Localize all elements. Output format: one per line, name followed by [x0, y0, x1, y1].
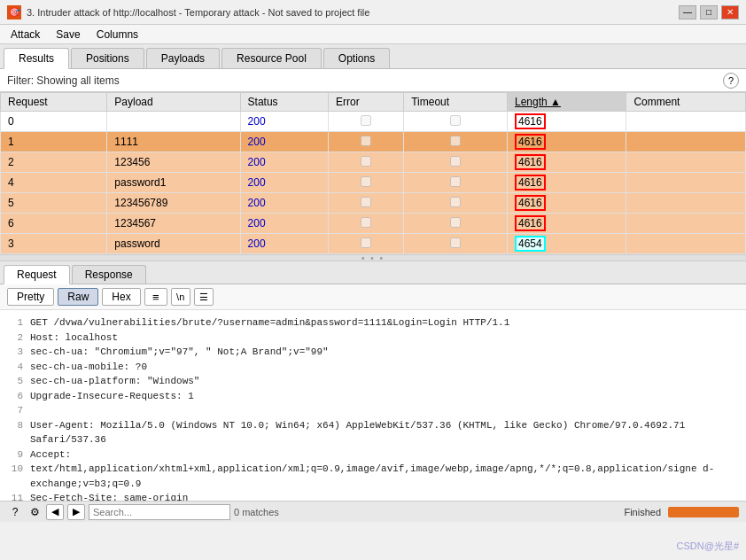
code-line: 4sec-ch-ua-mobile: ?0: [9, 360, 737, 375]
filter-text: Filter: Showing all items: [7, 74, 120, 87]
tab-payloads[interactable]: Payloads: [146, 48, 220, 68]
cell-error: [329, 152, 404, 173]
table-row[interactable]: 3password2004654: [1, 234, 746, 254]
btn-pretty[interactable]: Pretty: [7, 288, 54, 306]
window-title: 3. Intruder attack of http://localhost -…: [27, 7, 369, 18]
minimize-button[interactable]: —: [679, 5, 696, 19]
filterbar: Filter: Showing all items ?: [0, 69, 746, 92]
cell-payload: 1111: [107, 132, 240, 152]
help-icon-btn[interactable]: ?: [7, 504, 23, 520]
line-number: 5: [9, 374, 23, 389]
table-row[interactable]: 612345672004616: [1, 214, 746, 234]
code-line: 1GET /dvwa/vulnerabilities/brute/?userna…: [9, 315, 737, 331]
cell-status: 200: [240, 152, 328, 173]
col-status[interactable]: Status: [240, 93, 328, 112]
col-error[interactable]: Error: [329, 93, 404, 112]
cell-timeout: [404, 214, 508, 234]
line-content: Sec-Fetch-Site: same-origin: [30, 491, 188, 501]
code-line: 2Host: localhost: [9, 331, 737, 346]
request-code-area[interactable]: 1GET /dvwa/vulnerabilities/brute/?userna…: [0, 310, 746, 501]
progress-bar: [668, 507, 739, 517]
line-number: 9: [9, 447, 23, 463]
line-number: 11: [9, 491, 23, 501]
cell-error: [329, 214, 404, 234]
menu-attack[interactable]: Attack: [4, 27, 47, 43]
back-button[interactable]: ◀: [46, 504, 64, 520]
table-row[interactable]: 21234562004616: [1, 152, 746, 173]
cell-request: 0: [1, 112, 107, 132]
help-button[interactable]: ?: [723, 73, 739, 89]
maximize-button[interactable]: □: [700, 5, 718, 19]
request-toolbar: Pretty Raw Hex ≡ \n ☰: [0, 284, 746, 310]
statusbar: ? ⚙ ◀ ▶ 0 matches Finished: [0, 501, 746, 522]
cell-comment: [626, 152, 746, 173]
table-row[interactable]: 51234567892004616: [1, 193, 746, 214]
cell-error: [329, 234, 404, 254]
cell-status: 200: [240, 214, 328, 234]
app-icon: 🎯: [7, 5, 21, 19]
col-payload[interactable]: Payload: [107, 93, 240, 112]
cell-comment: [626, 234, 746, 254]
titlebar: 🎯 3. Intruder attack of http://localhost…: [0, 0, 746, 25]
btn-newline[interactable]: \n: [171, 288, 190, 306]
code-line: 5sec-ch-ua-platform: "Windows": [9, 374, 737, 389]
col-request[interactable]: Request: [1, 93, 107, 112]
line-content: text/html,application/xhtml+xml,applicat…: [30, 462, 737, 491]
bottom-tabbar: Request Response: [0, 261, 746, 284]
cell-timeout: [404, 193, 508, 214]
line-content: Accept:: [30, 447, 71, 463]
line-content: sec-ch-ua: "Chromium";v="97", " Not;A Br…: [30, 345, 329, 360]
menubar: Attack Save Columns: [0, 25, 746, 44]
cell-length: 4654: [507, 234, 626, 254]
sort-arrow: ▲: [550, 96, 561, 108]
close-button[interactable]: ✕: [721, 5, 739, 19]
code-line: 8User-Agent: Mozilla/5.0 (Windows NT 10.…: [9, 418, 737, 447]
tab-options[interactable]: Options: [323, 48, 390, 68]
search-input[interactable]: [89, 504, 230, 520]
cell-length: 4616: [507, 132, 626, 152]
window-controls: — □ ✕: [679, 5, 739, 19]
matches-count: 0 matches: [234, 507, 279, 517]
length-value: 4616: [515, 134, 546, 150]
length-value-cyan: 4654: [515, 236, 546, 252]
cell-comment: [626, 112, 746, 132]
cell-length: 4616: [507, 173, 626, 193]
tab-resource-pool[interactable]: Resource Pool: [221, 48, 322, 68]
menu-save[interactable]: Save: [49, 27, 87, 43]
tab-response[interactable]: Response: [72, 265, 146, 284]
length-value: 4616: [515, 195, 546, 211]
col-comment[interactable]: Comment: [626, 93, 746, 112]
tab-request[interactable]: Request: [4, 265, 70, 284]
cell-request: 1: [1, 132, 107, 152]
btn-raw[interactable]: Raw: [58, 288, 98, 306]
btn-hex[interactable]: Hex: [102, 288, 140, 306]
tab-results[interactable]: Results: [4, 48, 69, 69]
forward-button[interactable]: ▶: [67, 504, 85, 520]
table-row[interactable]: 111112004616: [1, 132, 746, 152]
watermark: CSDN@光星#: [677, 540, 739, 553]
cell-status: 200: [240, 173, 328, 193]
table-row[interactable]: 02004616: [1, 112, 746, 132]
settings-icon-btn[interactable]: ⚙: [27, 504, 43, 520]
tab-positions[interactable]: Positions: [71, 48, 144, 68]
table-row[interactable]: 4password12004616: [1, 173, 746, 193]
panel-splitter[interactable]: • • •: [0, 254, 746, 261]
cell-payload: 1234567: [107, 214, 240, 234]
code-line: 7: [9, 403, 737, 418]
cell-timeout: [404, 152, 508, 173]
menu-columns[interactable]: Columns: [89, 27, 145, 43]
col-timeout[interactable]: Timeout: [404, 93, 508, 112]
cell-status: 200: [240, 193, 328, 214]
cell-payload: [107, 112, 240, 132]
cell-error: [329, 112, 404, 132]
col-length[interactable]: Length ▲: [507, 93, 626, 112]
length-value: 4616: [515, 113, 546, 129]
cell-timeout: [404, 173, 508, 193]
line-number: 7: [9, 403, 23, 418]
btn-render[interactable]: ≡: [144, 288, 167, 306]
cell-payload: password1: [107, 173, 240, 193]
btn-menu[interactable]: ☰: [194, 288, 214, 306]
line-number: 3: [9, 345, 23, 360]
bottom-panel: Request Response Pretty Raw Hex ≡ \n ☰ 1…: [0, 261, 746, 501]
line-content: sec-ch-ua-platform: "Windows": [30, 374, 199, 389]
